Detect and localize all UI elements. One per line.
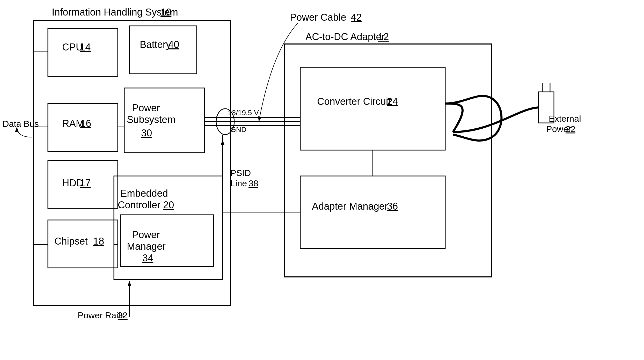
power-manager-number: 34 xyxy=(142,253,153,263)
hdd-number: 17 xyxy=(80,178,91,188)
power-subsystem-number: 30 xyxy=(141,128,152,138)
ram-number: 16 xyxy=(80,118,91,129)
psid-line-number: 38 xyxy=(248,178,258,188)
converter-circuit-number: 24 xyxy=(387,96,398,107)
ac-to-dc-label: AC-to-DC Adapter xyxy=(305,31,385,42)
power-cable-number: 42 xyxy=(351,12,362,23)
power-cable-label: Power Cable xyxy=(290,12,346,23)
gnd-label: GND xyxy=(230,126,246,134)
power-manager-label: Power xyxy=(132,229,160,240)
cpu-number: 14 xyxy=(80,42,91,53)
diagram-container: Information Handling System 10 CPU 14 RA… xyxy=(0,0,644,360)
external-power-label: External xyxy=(549,114,581,123)
svg-rect-2 xyxy=(0,0,644,360)
converter-circuit-label: Converter Circuit xyxy=(317,96,391,107)
adapter-manager-number: 36 xyxy=(387,201,398,212)
battery-number: 40 xyxy=(168,39,179,50)
svg-text:Manager: Manager xyxy=(127,241,166,252)
power-subsystem-label: Power xyxy=(132,102,160,113)
svg-text:Controller: Controller xyxy=(118,200,160,210)
chipset-label: Chipset xyxy=(54,236,88,247)
battery-label: Battery xyxy=(140,39,171,50)
embedded-controller-number: 20 xyxy=(163,200,174,210)
svg-text:Subsystem: Subsystem xyxy=(127,114,175,125)
ihs-number: 10 xyxy=(160,7,171,18)
external-power-number: 22 xyxy=(566,124,575,134)
chipset-number: 18 xyxy=(93,236,104,247)
adapter-manager-label: Adapter Manager xyxy=(312,201,388,212)
psid-line-label: PSID xyxy=(230,168,251,178)
ac-to-dc-number: 12 xyxy=(378,31,389,42)
svg-text:Line: Line xyxy=(230,178,247,188)
embedded-controller-label: Embedded xyxy=(120,188,168,199)
data-bus-label: Data Bus xyxy=(3,119,39,129)
ihs-label: Information Handling System xyxy=(52,7,178,18)
voltage-label: 13/19.5 V xyxy=(228,109,259,117)
power-rails-number: 32 xyxy=(118,310,128,320)
